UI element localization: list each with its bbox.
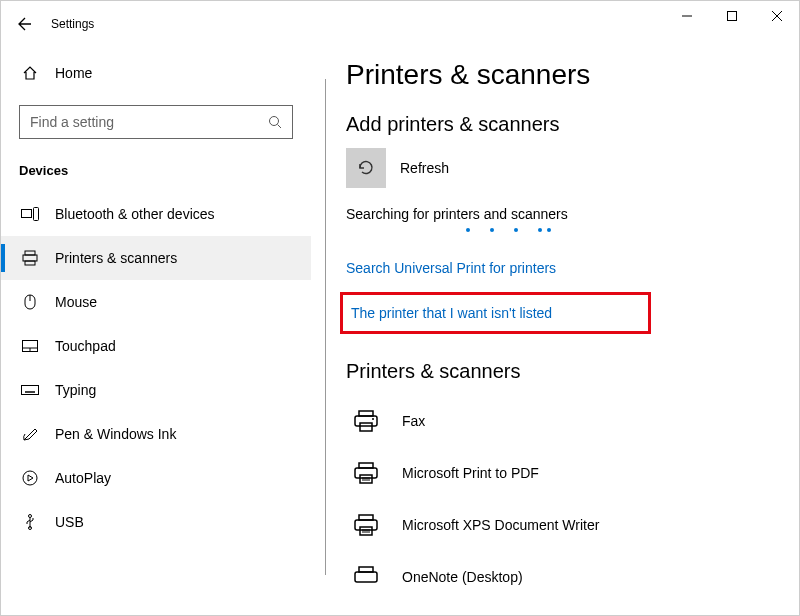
window-controls — [664, 1, 799, 31]
touchpad-icon — [21, 340, 39, 352]
back-button[interactable] — [1, 9, 49, 39]
device-label: Fax — [402, 413, 425, 429]
list-heading: Printers & scanners — [346, 360, 799, 383]
searching-text: Searching for printers and scanners — [346, 206, 799, 222]
close-button[interactable] — [754, 1, 799, 31]
add-heading: Add printers & scanners — [346, 113, 799, 136]
sidebar-item-bluetooth[interactable]: Bluetooth & other devices — [1, 192, 311, 236]
svg-point-26 — [372, 418, 374, 420]
svg-point-19 — [23, 471, 37, 485]
svg-rect-12 — [22, 386, 39, 395]
printer-icon — [346, 453, 386, 493]
device-label: Microsoft Print to PDF — [402, 465, 539, 481]
sidebar-section-title: Devices — [1, 157, 311, 192]
sidebar-item-label: USB — [55, 514, 84, 530]
svg-rect-6 — [25, 261, 35, 265]
svg-rect-25 — [360, 423, 372, 431]
home-icon — [21, 65, 39, 81]
app-title: Settings — [51, 17, 94, 31]
refresh-button[interactable] — [346, 148, 386, 188]
svg-rect-5 — [23, 255, 37, 261]
sidebar-item-usb[interactable]: USB — [1, 500, 311, 544]
link-universal-print[interactable]: Search Universal Print for printers — [346, 256, 799, 280]
svg-rect-28 — [355, 468, 377, 478]
svg-rect-2 — [22, 210, 32, 218]
printer-icon — [346, 557, 386, 597]
device-list: Fax Microsoft Print to PDF Microsoft XPS… — [346, 395, 799, 603]
sidebar-item-autoplay[interactable]: AutoPlay — [1, 456, 311, 500]
maximize-button[interactable] — [709, 1, 754, 31]
device-onenote[interactable]: OneNote (Desktop) — [346, 551, 799, 603]
minimize-icon — [682, 11, 692, 21]
sidebar-item-mouse[interactable]: Mouse — [1, 280, 311, 324]
search-input[interactable]: Find a setting — [19, 105, 293, 139]
sidebar-item-label: Printers & scanners — [55, 250, 177, 266]
sidebar-item-label: Pen & Windows Ink — [55, 426, 176, 442]
sidebar-home[interactable]: Home — [1, 51, 311, 95]
sidebar-item-label: AutoPlay — [55, 470, 111, 486]
sidebar-item-pen[interactable]: Pen & Windows Ink — [1, 412, 311, 456]
autoplay-icon — [21, 470, 39, 486]
search-icon — [268, 115, 282, 129]
svg-rect-34 — [360, 527, 372, 535]
usb-icon — [21, 514, 39, 530]
svg-rect-0 — [727, 12, 736, 21]
arrow-left-icon — [17, 16, 33, 32]
sidebar-nav: Bluetooth & other devices Printers & sca… — [1, 192, 311, 544]
printer-icon — [346, 505, 386, 545]
svg-rect-38 — [355, 572, 377, 582]
svg-rect-3 — [34, 208, 39, 221]
printers-icon — [21, 250, 39, 266]
sidebar-item-label: Touchpad — [55, 338, 116, 354]
titlebar-left: Settings — [1, 1, 664, 39]
search-placeholder: Find a setting — [30, 114, 114, 130]
sidebar-item-label: Mouse — [55, 294, 97, 310]
content: Home Find a setting Devices Bluetooth & … — [1, 39, 799, 615]
pen-icon — [21, 426, 39, 442]
svg-rect-24 — [355, 416, 377, 426]
sidebar-item-label: Typing — [55, 382, 96, 398]
svg-point-1 — [270, 117, 279, 126]
sidebar: Home Find a setting Devices Bluetooth & … — [1, 39, 311, 615]
device-label: Microsoft XPS Document Writer — [402, 517, 599, 533]
svg-rect-33 — [355, 520, 377, 530]
sidebar-item-label: Bluetooth & other devices — [55, 206, 215, 222]
searching-progress — [466, 228, 799, 232]
sidebar-item-touchpad[interactable]: Touchpad — [1, 324, 311, 368]
close-icon — [772, 11, 782, 21]
main-panel: Printers & scanners Add printers & scann… — [326, 39, 799, 615]
sidebar-item-typing[interactable]: Typing — [1, 368, 311, 412]
sidebar-item-printers[interactable]: Printers & scanners — [1, 236, 311, 280]
svg-rect-4 — [25, 251, 35, 255]
devices-icon — [21, 207, 39, 221]
device-print-to-pdf[interactable]: Microsoft Print to PDF — [346, 447, 799, 499]
device-xps-writer[interactable]: Microsoft XPS Document Writer — [346, 499, 799, 551]
svg-point-20 — [29, 515, 32, 518]
page-title: Printers & scanners — [346, 59, 799, 91]
refresh-row: Refresh — [346, 148, 799, 188]
mouse-icon — [21, 294, 39, 310]
keyboard-icon — [21, 385, 39, 395]
home-label: Home — [55, 65, 92, 81]
link-printer-not-listed[interactable]: The printer that I want isn't listed — [340, 292, 651, 334]
svg-rect-29 — [360, 475, 372, 483]
maximize-icon — [727, 11, 737, 21]
printer-icon — [346, 401, 386, 441]
minimize-button[interactable] — [664, 1, 709, 31]
device-fax[interactable]: Fax — [346, 395, 799, 447]
device-label: OneNote (Desktop) — [402, 569, 523, 585]
titlebar: Settings — [1, 1, 799, 39]
refresh-icon — [356, 158, 376, 178]
refresh-label: Refresh — [400, 160, 449, 176]
